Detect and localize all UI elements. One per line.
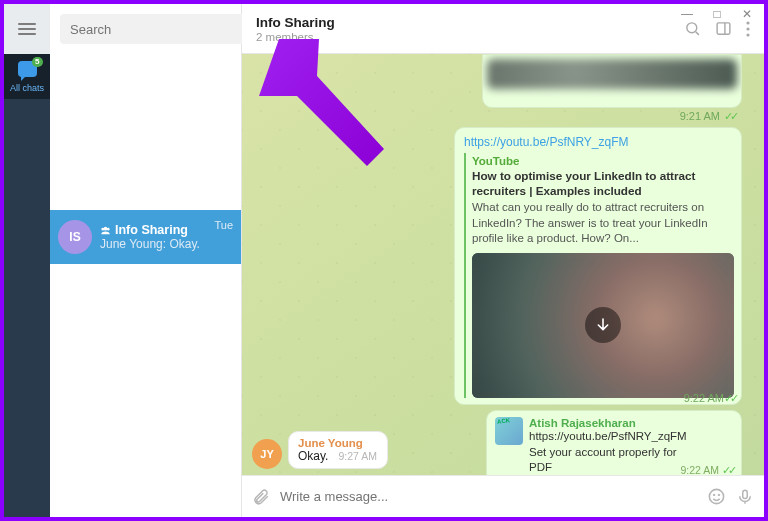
message-link[interactable]: https://youtu.be/PsfNRY_zqFM (464, 135, 629, 149)
message-media[interactable] (482, 54, 742, 108)
svg-point-6 (746, 33, 749, 36)
chat-subtitle: 2 members (256, 31, 684, 43)
svg-line-1 (696, 32, 699, 35)
app-window: — □ ✕ 5 All chats IS (4, 4, 764, 517)
svg-rect-10 (743, 490, 748, 498)
window-close[interactable]: ✕ (736, 4, 758, 24)
window-minimize[interactable]: — (676, 4, 698, 24)
video-thumbnail (487, 59, 737, 89)
all-chats-tab[interactable]: 5 All chats (4, 54, 50, 99)
window-controls: — □ ✕ (676, 4, 758, 24)
play-icon (585, 307, 621, 343)
emoji-icon[interactable] (707, 487, 726, 506)
read-ticks-icon: ✓✓ (724, 110, 736, 122)
unread-badge: 5 (32, 57, 42, 67)
svg-point-9 (718, 495, 719, 496)
message-time: 9:21 AM✓✓ (680, 110, 736, 123)
forward-sender: Atish Rajasekharan (529, 417, 693, 429)
message-text: Okay. (298, 449, 328, 463)
svg-point-0 (687, 23, 697, 33)
chat-date: Tue (214, 219, 233, 231)
preview-description: What can you really do to attract recrui… (472, 200, 732, 247)
svg-point-7 (709, 489, 723, 503)
chat-title: Info Sharing (256, 15, 684, 30)
preview-thumbnail[interactable] (472, 253, 734, 398)
forward-line: Set your account properly for PDF (529, 445, 693, 475)
message-time: 9:22 AM✓✓ (680, 464, 734, 475)
preview-site: YouTube (472, 155, 732, 167)
attach-icon[interactable] (252, 488, 270, 506)
incoming-message: JY June Young Okay. 9:27 AM (252, 431, 388, 469)
svg-point-8 (714, 495, 715, 496)
window-maximize[interactable]: □ (706, 4, 728, 24)
message-link-preview[interactable]: https://youtu.be/PsfNRY_zqFM YouTube How… (454, 127, 742, 405)
read-ticks-icon: ✓✓ (722, 464, 734, 475)
avatar: IS (58, 220, 92, 254)
message-input[interactable] (280, 489, 697, 504)
message-time: 9:22 AM✓✓ (684, 392, 736, 405)
chat-name: Info Sharing (115, 223, 188, 237)
left-rail: 5 All chats (4, 4, 50, 517)
read-ticks-icon: ✓✓ (724, 392, 736, 404)
conversation-pane: Info Sharing 2 members 9:21 (242, 4, 764, 517)
main-menu-button[interactable] (4, 4, 50, 54)
group-icon (100, 225, 111, 236)
hamburger-icon (18, 28, 36, 30)
svg-point-5 (746, 27, 749, 30)
forward-line: https://youtu.be/PsfNRY_zqFM (529, 429, 693, 445)
sender-name: June Young (298, 437, 378, 449)
chat-list-item[interactable]: IS Info Sharing June Young: Okay. Tue (50, 210, 241, 264)
compose-bar (242, 475, 764, 517)
chat-header-title-area[interactable]: Info Sharing 2 members (256, 15, 684, 43)
message-time: 9:27 AM (338, 450, 377, 462)
chat-icon: 5 (18, 61, 37, 77)
chat-preview: June Young: Okay. (100, 237, 214, 251)
search-input[interactable] (60, 14, 248, 44)
message-bubble[interactable]: June Young Okay. 9:27 AM (288, 431, 388, 469)
chat-list-pane: IS Info Sharing June Young: Okay. Tue (50, 4, 242, 517)
avatar: JY (252, 439, 282, 469)
preview-title: How to optimise your LinkedIn to attract… (472, 168, 732, 198)
svg-rect-2 (717, 23, 730, 34)
voice-icon[interactable] (736, 488, 754, 506)
message-forward[interactable]: Atish Rajasekharan https://youtu.be/PsfN… (486, 410, 742, 475)
all-chats-label: All chats (4, 83, 50, 93)
forward-thumbnail (495, 417, 523, 445)
